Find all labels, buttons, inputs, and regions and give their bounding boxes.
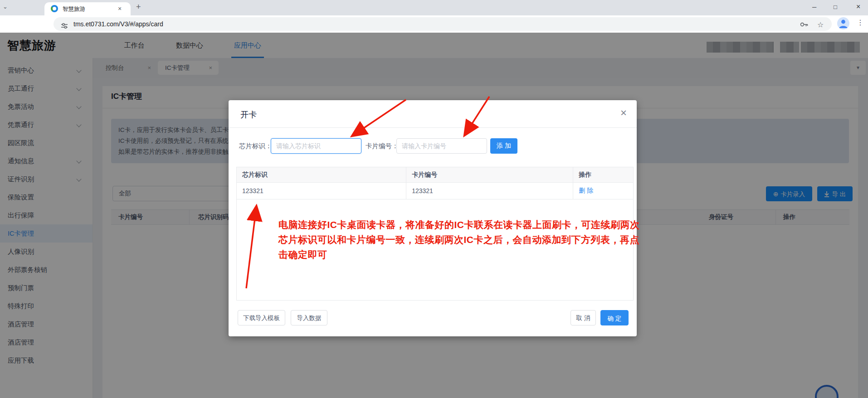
action-cell: 删 除 <box>573 183 633 199</box>
download-template-button[interactable]: 下载导入模板 <box>238 310 285 325</box>
annotation-note: 电脑连接好IC卡桌面读卡器，将准备好的IC卡联系在读卡器上面刷卡，可连续刷两次 … <box>278 217 641 262</box>
browser-tab-strip: ⌄ 智慧旅游 × + ─ □ × <box>0 0 868 15</box>
avatar-person-icon <box>837 17 849 29</box>
window-maximize-button[interactable]: □ <box>834 4 837 10</box>
confirm-button[interactable]: 确 定 <box>600 310 629 325</box>
open-card-modal: 开卡 × 芯片标识： 卡片编号： 添 加 芯片标识 卡片编号 操作 123321… <box>229 100 637 336</box>
window-minimize-button[interactable]: ─ <box>812 4 816 10</box>
tab-close-icon[interactable]: × <box>118 5 122 12</box>
annotation-line: 电脑连接好IC卡桌面读卡器，将准备好的IC卡联系在读卡器上面刷卡，可连续刷两次 <box>278 217 641 232</box>
add-button[interactable]: 添 加 <box>490 138 517 154</box>
url-bar[interactable]: tms.et0731.com/V3/#/apps/card <box>54 17 832 31</box>
browser-menu-icon[interactable]: ⋮ <box>857 18 864 27</box>
browser-tab[interactable]: 智慧旅游 × <box>44 2 131 15</box>
bookmark-star-icon[interactable]: ☆ <box>817 20 824 29</box>
chip-id-label: 芯片标识： <box>239 138 272 154</box>
site-settings-icon[interactable] <box>61 22 68 29</box>
modal-close-icon[interactable]: × <box>620 107 627 119</box>
card-number-input[interactable] <box>396 138 487 154</box>
tab-search-chevron-icon[interactable]: ⌄ <box>3 3 8 10</box>
column-header: 操作 <box>573 167 633 182</box>
profile-avatar[interactable] <box>837 17 849 29</box>
modal-table-header: 芯片标识 卡片编号 操作 <box>236 167 634 183</box>
annotation-line: 击确定即可 <box>278 247 641 262</box>
site-favicon-icon <box>51 5 58 12</box>
import-data-button[interactable]: 导入数据 <box>291 310 327 325</box>
modal-title: 开卡 <box>240 109 257 120</box>
chip-id-input[interactable] <box>271 138 361 154</box>
column-header: 卡片编号 <box>406 167 573 182</box>
card-number-cell: 123321 <box>406 183 573 199</box>
cancel-button[interactable]: 取 消 <box>571 310 596 325</box>
screen: ⌄ 智慧旅游 × + ─ □ × ← → ↻ tms.et0731.com/V3… <box>0 0 868 398</box>
url-text[interactable]: tms.et0731.com/V3/#/apps/card <box>73 20 163 28</box>
divider <box>229 127 637 128</box>
chip-id-cell: 123321 <box>237 183 406 199</box>
delete-link[interactable]: 删 除 <box>579 187 593 195</box>
column-header: 芯片标识 <box>237 167 406 182</box>
new-tab-button[interactable]: + <box>136 2 141 12</box>
password-key-icon[interactable] <box>800 21 808 28</box>
window-close-button[interactable]: × <box>856 3 860 11</box>
card-number-label: 卡片编号： <box>366 138 399 154</box>
annotation-line: 芯片标识可以和卡片编号一致，连续刷两次IC卡之后，会自动添加到下方列表，再点 <box>278 232 641 247</box>
browser-toolbar: ← → ↻ tms.et0731.com/V3/#/apps/card ☆ <box>0 15 868 33</box>
table-row: 123321 123321 删 除 <box>236 183 634 199</box>
browser-tab-title: 智慧旅游 <box>63 5 85 13</box>
